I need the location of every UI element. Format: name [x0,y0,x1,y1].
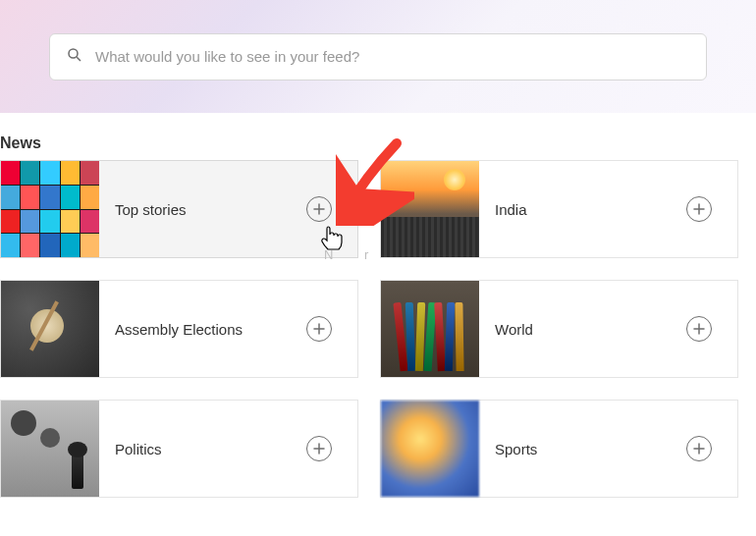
search-box[interactable] [49,33,707,80]
plus-icon [313,443,325,455]
svg-line-1 [77,57,81,61]
add-button-world[interactable] [686,316,712,342]
thumb-india [381,161,479,257]
card-label: Politics [99,441,306,457]
plus-icon [313,323,325,335]
add-button-top-stories[interactable] [306,196,332,222]
card-label: Sports [479,441,686,457]
card-politics[interactable]: Politics [0,400,358,498]
add-button-assembly-elections[interactable] [306,316,332,342]
add-button-sports[interactable] [686,436,712,461]
section-title: News [0,113,756,160]
plus-icon [693,203,705,215]
search-icon [66,46,83,68]
thumb-top-stories [1,161,99,257]
card-world[interactable]: World [380,280,738,378]
add-button-india[interactable] [686,196,712,222]
plus-icon [313,203,325,215]
card-label: Assembly Elections [99,321,306,338]
card-top-stories[interactable]: Top stories [0,160,358,258]
card-sports[interactable]: Sports [380,400,738,498]
card-label: World [479,321,686,338]
card-label: India [479,201,686,218]
card-assembly-elections[interactable]: Assembly Elections [0,280,358,378]
card-label: Top stories [99,201,306,218]
plus-icon [693,443,705,455]
svg-point-0 [69,49,78,58]
thumb-politics [1,401,99,497]
thumb-world [381,281,479,377]
category-grid: Top stories India Assembly Elections Wor… [0,160,756,498]
card-india[interactable]: India [380,160,738,258]
search-input[interactable] [95,48,690,65]
thumb-sports [381,401,479,497]
plus-icon [693,323,705,335]
thumb-assembly-elections [1,281,99,377]
search-header [0,0,756,113]
add-button-politics[interactable] [306,436,332,461]
